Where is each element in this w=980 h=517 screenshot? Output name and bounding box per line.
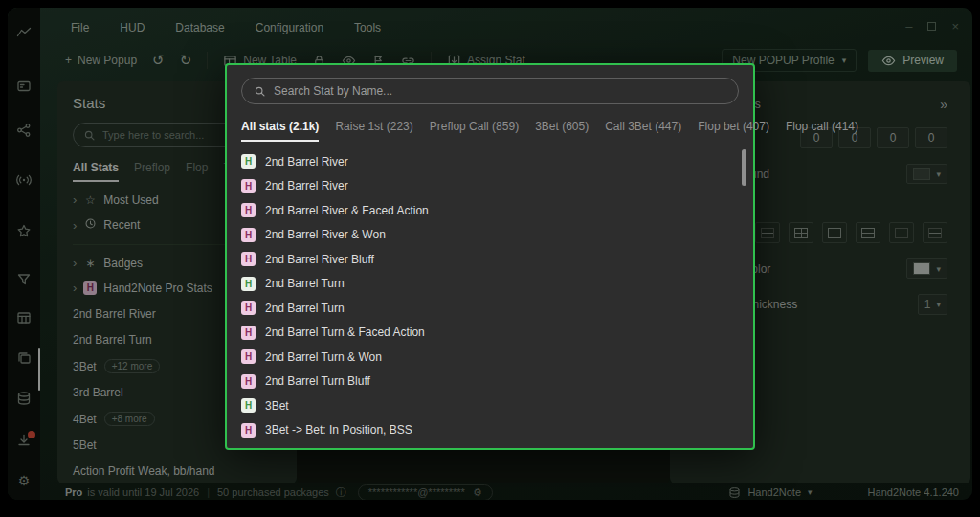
stat-badge-icon: H (241, 423, 256, 438)
stat-label: 3Bet -> Bet: In Position, BSS (265, 423, 412, 437)
search-icon (254, 85, 266, 98)
modal-tab[interactable]: All stats (2.1k) (241, 120, 319, 142)
modal-stat-row[interactable]: H 3Bet -> Bet: In Position, BSS (241, 418, 739, 443)
stat-label: 2nd Barrel Turn & Faced Action (265, 326, 425, 339)
stat-label: 3Bet (265, 399, 289, 413)
modal-stat-row[interactable]: H 2nd Barrel River (241, 149, 739, 174)
modal-stat-row[interactable]: H 2nd Barrel Turn (241, 296, 739, 321)
stat-badge-icon: H (241, 398, 256, 413)
stat-badge-icon: H (241, 203, 256, 217)
modal-tab[interactable]: 3Bet (605) (535, 120, 589, 142)
stat-label: 2nd Barrel Turn (265, 277, 345, 290)
modal-tab[interactable]: Flop bet (407) (698, 120, 769, 142)
modal-stat-list: H 2nd Barrel River H 2nd Barrel River H … (241, 149, 739, 442)
modal-scrollbar-thumb[interactable] (742, 149, 746, 186)
stat-label: 2nd Barrel River (265, 179, 348, 192)
stat-label: 2nd Barrel Turn Bluff (265, 374, 370, 388)
stat-label: 2nd Barrel Turn & Won (265, 350, 382, 364)
stat-badge-icon: H (241, 374, 256, 389)
app-window: ⚙ FileHUDDatabaseConfigurationTools – × … (8, 8, 972, 500)
modal-tabs: All stats (2.1k)Raise 1st (223)Preflop C… (241, 120, 739, 142)
stat-badge-icon: H (241, 277, 256, 291)
modal-stat-row[interactable]: H 2nd Barrel Turn Bluff (241, 370, 739, 394)
modal-tab[interactable]: Flop call (414) (786, 120, 858, 142)
stat-badge-icon: H (241, 326, 256, 340)
modal-tab[interactable]: Call 3Bet (447) (605, 120, 681, 142)
stat-badge-icon: H (241, 154, 256, 169)
modal-stat-row[interactable]: H 2nd Barrel Turn & Won (241, 345, 739, 370)
modal-search-input[interactable] (274, 84, 726, 98)
modal-stat-row[interactable]: H 2nd Barrel River (241, 174, 739, 199)
modal-stat-row[interactable]: H 2nd Barrel River & Faced Action (241, 198, 739, 223)
stat-label: 2nd Barrel River (265, 155, 348, 169)
stat-badge-icon: H (241, 252, 256, 266)
modal-stat-row[interactable]: H 2nd Barrel Turn (241, 272, 739, 297)
modal-tab[interactable]: Raise 1st (223) (335, 120, 412, 142)
stat-badge-icon: H (241, 301, 256, 315)
stat-label: 2nd Barrel River Bluff (265, 253, 374, 266)
stat-label: 2nd Barrel Turn (265, 302, 345, 315)
stat-label: 2nd Barrel River & Faced Action (265, 204, 429, 217)
modal-tab[interactable]: Preflop Call (859) (430, 120, 519, 142)
modal-stat-row[interactable]: H 2nd Barrel River Bluff (241, 247, 739, 272)
modal-stat-row[interactable]: H 2nd Barrel River & Won (241, 223, 739, 248)
stat-badge-icon: H (241, 349, 256, 364)
stat-badge-icon: H (241, 179, 256, 193)
stat-label: 2nd Barrel River & Won (265, 228, 386, 241)
modal-stat-row[interactable]: H 3Bet (241, 393, 739, 418)
stat-badge-icon: H (241, 228, 256, 242)
modal-search-box[interactable] (241, 78, 739, 104)
modal-stat-row[interactable]: H 2nd Barrel Turn & Faced Action (241, 321, 739, 346)
stat-picker-modal: All stats (2.1k)Raise 1st (223)Preflop C… (225, 63, 755, 450)
